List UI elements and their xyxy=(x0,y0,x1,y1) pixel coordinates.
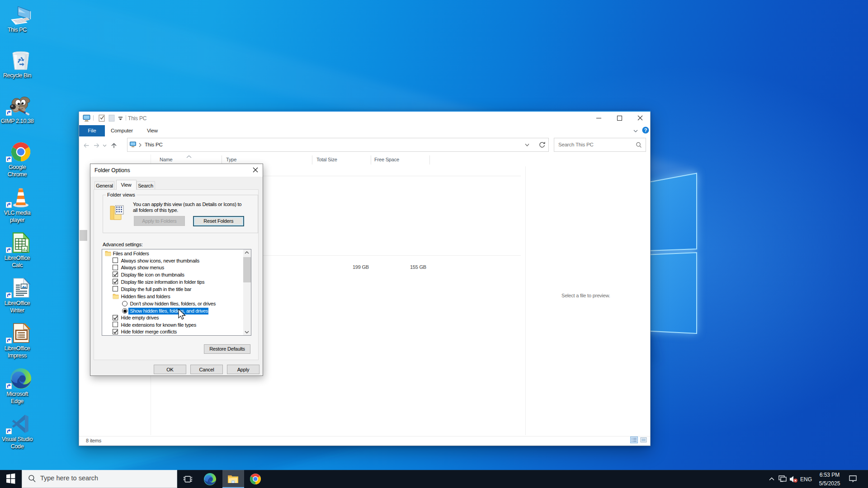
svg-text:?: ? xyxy=(644,127,647,133)
